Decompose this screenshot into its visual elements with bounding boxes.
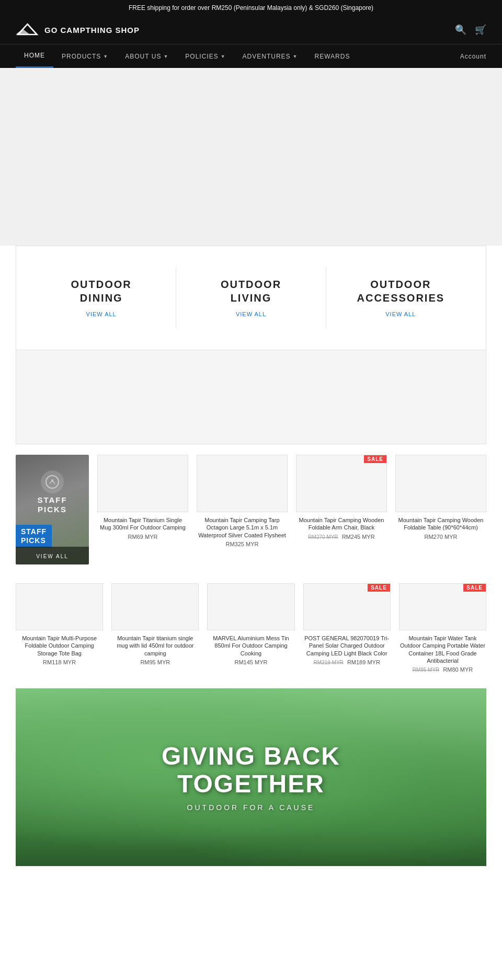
nav-account[interactable]: Account bbox=[460, 53, 486, 60]
product-card-3[interactable]: SALE Mountain Tapir Camping Wooden Folda… bbox=[296, 455, 387, 540]
chevron-down-icon: ▼ bbox=[103, 54, 108, 59]
nav-policies-label: POLICIES bbox=[185, 53, 218, 60]
product-sale-price-8: RM189 MYR bbox=[347, 659, 380, 665]
product-img-4 bbox=[395, 455, 486, 512]
product-img-5 bbox=[16, 583, 103, 630]
product-card-2[interactable]: Mountain Tapir Camping Tarp Octagon Larg… bbox=[197, 455, 288, 547]
category-images bbox=[16, 350, 486, 444]
category-dining-link[interactable]: VIEW ALL bbox=[86, 311, 117, 317]
staff-picks-card[interactable]: STAFF PICKS STAFF PICKS VIEW ALL bbox=[16, 455, 89, 564]
product-name-8: POST GENERAL 982070019 Tri-Panel Solar C… bbox=[303, 635, 391, 657]
product-img-1 bbox=[97, 455, 188, 512]
header: GO CAMPTHING SHOP 🔍 🛒 bbox=[0, 16, 502, 44]
product-price-3: RM270 MYR RM245 MYR bbox=[296, 534, 387, 540]
category-living-link[interactable]: VIEW ALL bbox=[236, 311, 266, 317]
svg-point-2 bbox=[46, 476, 59, 488]
staff-picks-blue-block: STAFF PICKS bbox=[16, 525, 52, 548]
product-img-2 bbox=[197, 455, 288, 512]
product-img-3: SALE bbox=[296, 455, 387, 512]
product-card-8[interactable]: SALE POST GENERAL 982070019 Tri-Panel So… bbox=[303, 583, 391, 673]
nav-adventures-label: ADVENTURES bbox=[243, 53, 291, 60]
product-price-5: RM118 MYR bbox=[16, 659, 103, 665]
staff-picks-view-label: VIEW ALL bbox=[36, 554, 69, 559]
category-outdoor-dining: OUTDOORDINING VIEW ALL bbox=[27, 267, 176, 329]
product-card-5[interactable]: Mountain Tapir Multi-Purpose Foldable Ou… bbox=[16, 583, 103, 673]
product-sale-price-9: RM80 MYR bbox=[443, 666, 473, 673]
sale-badge-3: SALE bbox=[364, 455, 386, 463]
header-icons: 🔍 🛒 bbox=[455, 24, 486, 36]
product-price-2: RM325 MYR bbox=[197, 541, 288, 547]
nav-left: HOME PRODUCTS ▼ ABOUT US ▼ POLICIES ▼ AD… bbox=[16, 44, 358, 68]
logo-icon bbox=[16, 22, 39, 38]
category-dining-title: OUTDOORDINING bbox=[37, 278, 165, 305]
top-banner: FREE shipping for order over RM250 (Peni… bbox=[0, 0, 502, 16]
product-img-6 bbox=[111, 583, 199, 630]
product-name-9: Mountain Tapir Water Tank Outdoor Campin… bbox=[399, 635, 486, 664]
sale-badge-8: SALE bbox=[368, 584, 390, 592]
product-img-9: SALE bbox=[399, 583, 486, 630]
product-img-8: SALE bbox=[303, 583, 391, 630]
search-icon[interactable]: 🔍 bbox=[455, 24, 466, 36]
categories-section: OUTDOORDINING VIEW ALL OUTDOORLIVING VIE… bbox=[16, 246, 486, 350]
product-name-5: Mountain Tapir Multi-Purpose Foldable Ou… bbox=[16, 635, 103, 657]
products-section-row1: STAFF PICKS STAFF PICKS VIEW ALL Mountai… bbox=[0, 444, 502, 575]
banner-text: FREE shipping for order over RM250 (Peni… bbox=[129, 4, 373, 11]
product-name-7: MARVEL Aluminium Mess Tin 850ml For Outd… bbox=[207, 635, 294, 657]
product-img-7 bbox=[207, 583, 294, 630]
chevron-down-icon: ▼ bbox=[293, 54, 298, 59]
product-card-4[interactable]: Mountain Tapir Camping Wooden Foldable T… bbox=[395, 455, 486, 540]
giving-back-banner[interactable]: GIVING BACK TOGETHER OUTDOOR FOR A CAUSE bbox=[16, 688, 486, 866]
products-section-row2: Mountain Tapir Multi-Purpose Foldable Ou… bbox=[0, 575, 502, 683]
product-name-4: Mountain Tapir Camping Wooden Foldable T… bbox=[395, 516, 486, 532]
nav-item-about[interactable]: ABOUT US ▼ bbox=[117, 45, 177, 67]
product-price-6: RM95 MYR bbox=[111, 659, 199, 665]
cart-icon[interactable]: 🛒 bbox=[475, 24, 486, 36]
staff-picks-title-line1: STAFF bbox=[37, 495, 67, 505]
nav-item-rewards[interactable]: REWARDS bbox=[306, 45, 359, 67]
product-name-1: Mountain Tapir Titanium Single Mug 300ml… bbox=[97, 516, 188, 532]
staff-picks-blue-line1: STAFF bbox=[21, 527, 47, 536]
navigation: HOME PRODUCTS ▼ ABOUT US ▼ POLICIES ▼ AD… bbox=[0, 44, 502, 68]
category-accessories-title: OUTDOORACCESSORIES bbox=[337, 278, 465, 305]
product-original-price-8: RM219 MYR bbox=[314, 660, 344, 665]
product-card-1[interactable]: Mountain Tapir Titanium Single Mug 300ml… bbox=[97, 455, 188, 540]
nav-item-policies[interactable]: POLICIES ▼ bbox=[177, 45, 234, 67]
sale-badge-9: SALE bbox=[463, 584, 486, 592]
products-grid: STAFF PICKS STAFF PICKS VIEW ALL Mountai… bbox=[16, 455, 486, 564]
product-original-price-3: RM270 MYR bbox=[308, 534, 338, 540]
category-outdoor-accessories: OUTDOORACCESSORIES VIEW ALL bbox=[326, 267, 475, 329]
nav-item-products[interactable]: PRODUCTS ▼ bbox=[53, 45, 117, 67]
category-accessories-link[interactable]: VIEW ALL bbox=[385, 311, 416, 317]
staff-picks-view-button[interactable]: VIEW ALL bbox=[16, 547, 89, 564]
giving-back-title-line2: TOGETHER bbox=[177, 770, 325, 798]
hero-section bbox=[0, 68, 502, 246]
staff-picks-logo-area: STAFF PICKS bbox=[16, 470, 89, 514]
chevron-down-icon: ▼ bbox=[163, 54, 168, 59]
product-card-7[interactable]: MARVEL Aluminium Mess Tin 850ml For Outd… bbox=[207, 583, 294, 673]
giving-back-title-line1: GIVING BACK bbox=[162, 742, 340, 770]
logo-text: GO CAMPTHING SHOP bbox=[44, 26, 140, 34]
nav-home-label: HOME bbox=[24, 52, 45, 59]
product-sale-price-3: RM245 MYR bbox=[342, 534, 375, 540]
nav-about-label: ABOUT US bbox=[125, 53, 161, 60]
logo[interactable]: GO CAMPTHING SHOP bbox=[16, 22, 140, 38]
nav-products-label: PRODUCTS bbox=[62, 53, 101, 60]
product-price-8: RM219 MYR RM189 MYR bbox=[303, 659, 391, 665]
nav-item-adventures[interactable]: ADVENTURES ▼ bbox=[234, 45, 306, 67]
nav-rewards-label: REWARDS bbox=[315, 53, 350, 60]
product-name-6: Mountain Tapir titanium single mug with … bbox=[111, 635, 199, 657]
product-original-price-9: RM85 MYR bbox=[413, 667, 440, 673]
svg-point-3 bbox=[51, 479, 53, 481]
product-price-4: RM270 MYR bbox=[395, 534, 486, 540]
nav-item-home[interactable]: HOME bbox=[16, 44, 53, 68]
product-card-6[interactable]: Mountain Tapir titanium single mug with … bbox=[111, 583, 199, 673]
staff-picks-title-line2: PICKS bbox=[38, 505, 67, 514]
giving-back-title: GIVING BACK TOGETHER bbox=[162, 743, 340, 798]
product-price-9: RM85 MYR RM80 MYR bbox=[399, 666, 486, 673]
product-price-7: RM145 MYR bbox=[207, 659, 294, 665]
category-outdoor-living: OUTDOORLIVING VIEW ALL bbox=[176, 267, 325, 329]
product-card-9[interactable]: SALE Mountain Tapir Water Tank Outdoor C… bbox=[399, 583, 486, 673]
staff-picks-blue-line2: PICKS bbox=[21, 536, 47, 545]
staff-picks-logo-circle bbox=[41, 470, 64, 493]
giving-back-subtitle: OUTDOOR FOR A CAUSE bbox=[187, 803, 315, 812]
